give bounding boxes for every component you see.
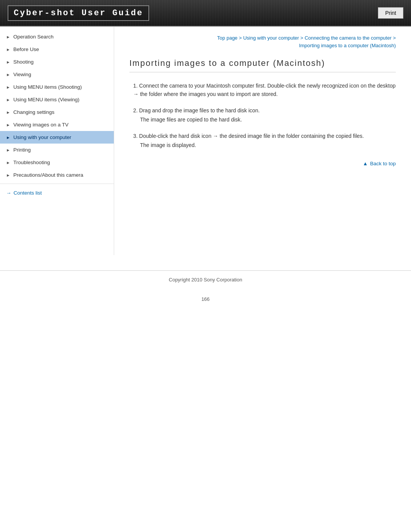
sidebar-item-3[interactable]: ►Viewing: [0, 68, 114, 81]
breadcrumb-top[interactable]: Top page: [217, 35, 238, 41]
sidebar-arrow-icon: ►: [6, 97, 10, 102]
breadcrumb-using-computer[interactable]: Using with your computer: [243, 35, 299, 41]
main-layout: ►Operation Search►Before Use►Shooting►Vi…: [0, 27, 411, 255]
footer: Copyright 2010 Sony Corporation: [0, 270, 411, 289]
sidebar-item-2[interactable]: ►Shooting: [0, 56, 114, 68]
sidebar-divider: [0, 184, 114, 184]
breadcrumb-current[interactable]: Importing images to a computer (Macintos…: [299, 43, 396, 48]
breadcrumb-sep3: >: [392, 35, 396, 41]
sidebar: ►Operation Search►Before Use►Shooting►Vi…: [0, 27, 114, 255]
step-number: 2. Drag and drop the image files to the …: [133, 106, 396, 115]
breadcrumb: Top page > Using with your computer > Co…: [129, 34, 396, 49]
step-number: 3. Double-click the hard disk icon → the…: [133, 132, 396, 140]
arrow-right-icon: →: [6, 190, 11, 196]
sidebar-item-label: Using with your computer: [13, 134, 71, 140]
sidebar-item-9[interactable]: ►Printing: [0, 144, 114, 156]
step-text: Drag and drop the image files to the har…: [139, 107, 260, 113]
arrow-icon: →: [133, 91, 139, 97]
breadcrumb-sep2: >: [299, 35, 305, 41]
step-number-label: 3.: [133, 133, 138, 139]
sidebar-arrow-icon: ►: [6, 123, 10, 127]
sidebar-item-6[interactable]: ►Changing settings: [0, 106, 114, 118]
sidebar-arrow-icon: ►: [6, 160, 10, 165]
copyright: Copyright 2010 Sony Corporation: [169, 277, 242, 283]
step-item-3: 3. Double-click the hard disk icon → the…: [133, 132, 396, 150]
sidebar-item-label: Using MENU items (Shooting): [13, 84, 82, 90]
sidebar-item-label: Troubleshooting: [13, 160, 50, 165]
back-to-top[interactable]: ▲ Back to top: [129, 161, 396, 166]
page-title: Importing images to a computer (Macintos…: [129, 58, 396, 72]
sidebar-item-label: Viewing images on a TV: [13, 122, 68, 128]
main-content: Top page > Using with your computer > Co…: [114, 27, 411, 178]
sidebar-arrow-icon: ►: [6, 35, 10, 39]
breadcrumb-connecting[interactable]: Connecting the camera to the computer: [304, 35, 391, 41]
sidebar-arrow-icon: ►: [6, 47, 10, 52]
header: Cyber-shot User Guide Print: [0, 0, 411, 27]
steps-list: 1. Connect the camera to your Macintosh …: [133, 81, 396, 149]
sidebar-item-label: Viewing: [13, 72, 31, 77]
sidebar-item-label: Shooting: [13, 59, 33, 65]
sidebar-arrow-icon: ►: [6, 110, 10, 115]
sidebar-item-label: Operation Search: [13, 34, 54, 40]
sidebar-arrow-icon: ►: [6, 135, 10, 140]
arrow-icon: →: [213, 133, 218, 139]
site-title: Cyber-shot User Guide: [8, 5, 149, 21]
sidebar-item-label: Printing: [13, 147, 31, 153]
sidebar-item-8[interactable]: ►Using with your computer: [0, 131, 114, 144]
step-text2: the desired image file in the folder con…: [220, 133, 364, 139]
step-number-label: 1.: [133, 83, 138, 89]
sidebar-item-7[interactable]: ►Viewing images on a TV: [0, 118, 114, 131]
triangle-icon: ▲: [363, 161, 368, 166]
sidebar-arrow-icon: ►: [6, 85, 10, 89]
sidebar-arrow-icon: ►: [6, 72, 10, 77]
sidebar-item-label: Using MENU items (Viewing): [13, 97, 80, 102]
step-detail: The image is displayed.: [140, 141, 396, 149]
contents-link[interactable]: → Contents list: [0, 186, 114, 200]
step-text: Connect the camera to your Macintosh com…: [139, 83, 396, 89]
sidebar-arrow-icon: ►: [6, 148, 10, 152]
sidebar-arrow-icon: ►: [6, 173, 10, 177]
step-number: 1. Connect the camera to your Macintosh …: [133, 81, 396, 99]
step-item-1: 1. Connect the camera to your Macintosh …: [133, 81, 396, 99]
step-detail: The image files are copied to the hard d…: [140, 115, 396, 124]
sidebar-item-label: Before Use: [13, 46, 39, 52]
sidebar-item-11[interactable]: ►Precautions/About this camera: [0, 169, 114, 181]
breadcrumb-sep1: >: [237, 35, 243, 41]
sidebar-item-label: Changing settings: [13, 109, 54, 115]
sidebar-item-1[interactable]: ►Before Use: [0, 43, 114, 56]
sidebar-item-5[interactable]: ►Using MENU items (Viewing): [0, 93, 114, 106]
sidebar-item-label: Precautions/About this camera: [13, 172, 83, 178]
print-button[interactable]: Print: [378, 7, 403, 19]
sidebar-item-4[interactable]: ►Using MENU items (Shooting): [0, 81, 114, 93]
sidebar-item-10[interactable]: ►Troubleshooting: [0, 156, 114, 169]
step-text2: the folder where the images you want to …: [140, 91, 278, 97]
sidebar-item-0[interactable]: ►Operation Search: [0, 30, 114, 43]
sidebar-arrow-icon: ►: [6, 60, 10, 64]
step-item-2: 2. Drag and drop the image files to the …: [133, 106, 396, 124]
step-number-label: 2.: [133, 107, 138, 113]
contents-link-label: Contents list: [14, 190, 42, 196]
page-number: 166: [0, 296, 411, 310]
step-text: Double-click the hard disk icon: [139, 133, 212, 139]
back-to-top-label: Back to top: [370, 161, 396, 166]
